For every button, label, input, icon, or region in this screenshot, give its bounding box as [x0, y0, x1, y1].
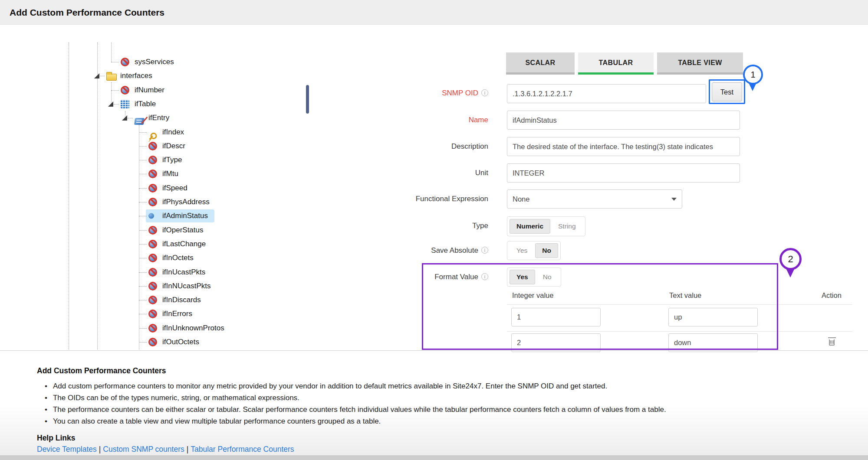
type-toggle[interactable]: NumericString	[507, 216, 585, 236]
unit-input[interactable]	[507, 163, 740, 183]
tree-item-ifNumber[interactable]: ifNumber	[0, 83, 286, 97]
tree-item-label: ifInOctets	[162, 254, 194, 262]
tree-item-ifOperStatus[interactable]: ifOperStatus	[0, 223, 286, 237]
callout-1-badge: 1	[743, 65, 763, 85]
info-section-title: Add Custom Performance Counters	[37, 366, 166, 375]
save-absolute-toggle-option-yes[interactable]: Yes	[510, 243, 534, 258]
tree-connector	[100, 76, 105, 76]
tree-item-interfaces[interactable]: interfaces	[0, 69, 286, 83]
tree-item-ifInDiscards[interactable]: ifInDiscards	[0, 293, 286, 307]
tree-item-label: ifInErrors	[162, 310, 192, 318]
tab-tabular[interactable]: TABULAR	[578, 52, 654, 75]
tree-item-sysServices[interactable]: sysServices	[0, 55, 286, 69]
test-button[interactable]: Test	[712, 82, 742, 101]
text-value-column-header: Text value	[669, 291, 701, 300]
section-divider	[0, 350, 868, 351]
chevron-down-icon	[671, 198, 677, 203]
tree-item-ifIndex[interactable]: ifIndex	[0, 125, 286, 139]
tree-item-ifPhysAddress[interactable]: ifPhysAddress	[0, 195, 286, 209]
tree-item-label: ifDescr	[162, 142, 185, 150]
tab-scalar[interactable]: SCALAR	[506, 52, 575, 75]
tree-connector	[139, 174, 147, 174]
no-access-icon	[148, 268, 157, 277]
tab-table-view[interactable]: TABLE VIEW	[657, 52, 743, 75]
format-value-toggle-option-yes[interactable]: Yes	[510, 270, 535, 284]
tree-item-label: ifInDiscards	[162, 296, 201, 304]
tree-connector	[139, 258, 147, 258]
tree-item-label: ifLastChange	[162, 240, 206, 248]
help-link-device-templates[interactable]: Device Templates	[37, 445, 97, 453]
tree-item-ifOutOctets[interactable]: ifOutOctets	[0, 335, 286, 349]
text-value-input[interactable]	[668, 308, 758, 326]
tree-item-label: ifPhysAddress	[162, 198, 210, 206]
tree-connector	[139, 328, 147, 329]
info-icon	[481, 89, 488, 96]
tree-item-label: ifAdminStatus	[162, 212, 208, 220]
expand-arrow-icon[interactable]	[94, 73, 99, 78]
format-value-toggle-option-no[interactable]: No	[536, 270, 559, 284]
table-icon	[121, 100, 129, 108]
type-toggle-option-string[interactable]: String	[551, 219, 583, 234]
tree-connector	[111, 90, 119, 91]
description-label: Description	[304, 142, 488, 151]
save-absolute-toggle[interactable]: YesNo	[507, 241, 561, 260]
format-value-label: Format Value	[304, 273, 488, 281]
no-access-icon	[121, 86, 129, 95]
no-access-icon	[148, 198, 157, 206]
tree-connector	[111, 62, 119, 62]
no-access-icon	[121, 58, 129, 66]
no-access-icon	[148, 338, 157, 346]
tree-item-label: ifType	[162, 156, 182, 164]
format-value-toggle[interactable]: YesNo	[507, 268, 561, 287]
help-link-tabular-performance-counters[interactable]: Tabular Performance Counters	[191, 445, 294, 453]
expand-arrow-icon[interactable]	[122, 115, 127, 121]
no-access-icon	[148, 226, 157, 235]
no-access-icon	[148, 254, 157, 262]
tree-connector	[139, 342, 147, 343]
trash-icon[interactable]	[829, 339, 835, 346]
tree-item-ifInErrors[interactable]: ifInErrors	[0, 307, 286, 321]
link-separator: |	[187, 445, 189, 453]
tree-connector	[139, 272, 147, 273]
expand-arrow-icon[interactable]	[108, 101, 113, 107]
no-access-icon	[148, 240, 157, 248]
tree-item-ifInUcastPkts[interactable]: ifInUcastPkts	[0, 265, 286, 279]
integer-value-input[interactable]	[511, 308, 601, 326]
snmp-oid-label: SNMP OID	[304, 89, 488, 98]
no-access-icon	[148, 184, 157, 192]
description-input[interactable]	[507, 137, 740, 156]
tree-item-label: ifInNUcastPkts	[162, 282, 210, 290]
no-access-icon	[148, 156, 157, 164]
help-links: Device Templates|Custom SNMP counters|Ta…	[37, 445, 294, 454]
snmp-oid-input[interactable]	[507, 84, 706, 103]
help-links-title: Help Links	[37, 434, 76, 443]
tree-item-ifEntry[interactable]: ifEntry	[0, 111, 286, 125]
text-value-input[interactable]	[668, 333, 758, 352]
tree-item-label: ifMtu	[162, 170, 178, 178]
integer-value-input[interactable]	[511, 333, 601, 352]
tree-connector	[139, 300, 147, 300]
tree-item-label: ifIndex	[162, 128, 184, 137]
tree-item-ifDescr[interactable]: ifDescr	[0, 139, 286, 153]
tree-item-ifInNUcastPkts[interactable]: ifInNUcastPkts	[0, 279, 286, 293]
tree-item-ifTable[interactable]: ifTable	[0, 97, 286, 111]
tree-item-ifSpeed[interactable]: ifSpeed	[0, 181, 286, 195]
tree-connector	[114, 104, 119, 104]
tree-item-ifLastChange[interactable]: ifLastChange	[0, 237, 286, 251]
tree-item-label: ifNumber	[135, 86, 164, 95]
tree-item-ifAdminStatus[interactable]: ifAdminStatus	[0, 209, 286, 223]
tree-item-ifType[interactable]: ifType	[0, 153, 286, 167]
tree-item-label: ifOperStatus	[162, 226, 204, 235]
no-access-icon	[148, 296, 157, 304]
tree-item-label: ifEntry	[148, 114, 169, 122]
functional-expression-select[interactable]: None	[507, 189, 682, 209]
tree-item-ifInUnknownProtos[interactable]: ifInUnknownProtos	[0, 321, 286, 335]
help-link-custom-snmp-counters[interactable]: Custom SNMP counters	[103, 445, 184, 453]
table-separator	[507, 304, 852, 305]
name-input[interactable]	[507, 111, 740, 130]
name-label: Name	[304, 116, 488, 124]
type-toggle-option-numeric[interactable]: Numeric	[510, 219, 550, 234]
tree-item-ifInOctets[interactable]: ifInOctets	[0, 251, 286, 265]
save-absolute-toggle-option-no[interactable]: No	[535, 243, 558, 258]
tree-item-ifMtu[interactable]: ifMtu	[0, 167, 286, 181]
